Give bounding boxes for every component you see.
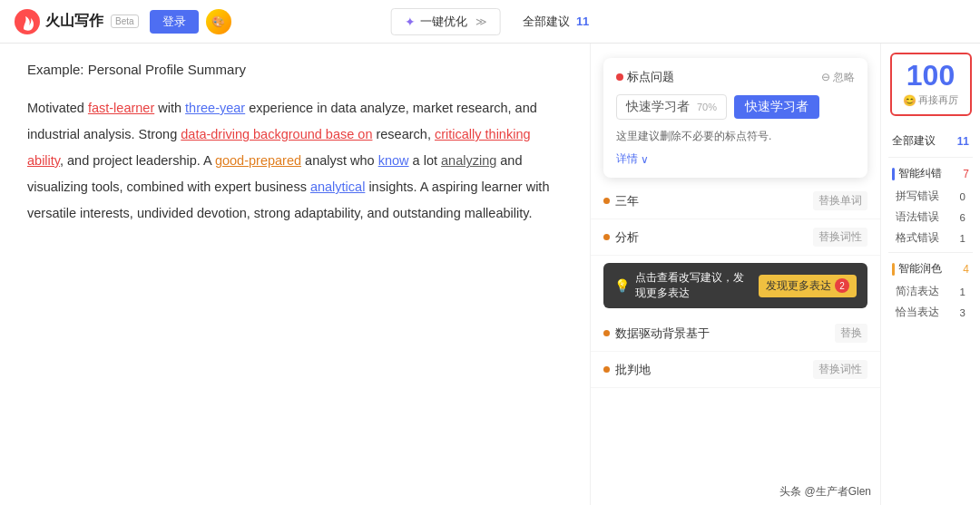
list-item-pipan[interactable]: 批判地 替换词性 (591, 352, 880, 388)
sidebar-all-section: 全部建议 11 智能纠错 7 拼写错误 0 语法错误 6 格式错误 1 (888, 129, 973, 323)
popup-tag-label: 标点问题 (627, 69, 674, 85)
list-item-left-3: 批判地 (603, 362, 651, 378)
highlight-analytical[interactable]: analytical (310, 180, 365, 194)
sidebar-divider-2 (888, 252, 973, 253)
highlight-know[interactable]: know (378, 153, 409, 168)
list-item-sanye[interactable]: 三年 替换单词 (591, 183, 880, 219)
sidebar-jiucuo-header[interactable]: 智能纠错 7 (888, 161, 973, 186)
list-item-fenxi[interactable]: 分析 替换词性 (591, 219, 880, 256)
suggestions-count-label: 全部建议 11 (523, 14, 590, 30)
jianjie-count: 1 (960, 286, 965, 297)
score-box: 100 😊 再接再厉 (890, 53, 972, 116)
score-emoji-icon: 😊 (903, 94, 916, 107)
watermark: 头条 @生产者Glen (779, 484, 871, 500)
list-action-3[interactable]: 替换词性 (813, 360, 867, 379)
doc-title: Example: Personal Profile Summary (27, 62, 563, 77)
jiucuo-count: 7 (963, 168, 969, 180)
dot-orange-icon-3 (603, 366, 610, 373)
highlight-analyzing[interactable]: analyzing (441, 153, 496, 168)
dot-orange-icon-2 (603, 330, 610, 336)
beta-badge: Beta (111, 15, 139, 28)
all-suggestions-label: 全部建议 (892, 133, 936, 149)
runse-count: 4 (963, 263, 969, 276)
list-label-0: 三年 (615, 193, 639, 209)
popup-detail[interactable]: 详情 ∨ (616, 151, 855, 167)
right-sidebar: 100 😊 再接再厉 全部建议 11 智能纠错 7 拼写错误 0 (880, 44, 980, 505)
sidebar-indicator-orange (892, 263, 895, 276)
sidebar-sub-yufa[interactable]: 语法错误 6 (888, 207, 973, 228)
list-action-1[interactable]: 替换词性 (813, 228, 867, 247)
qiadang-label: 恰当表达 (896, 306, 939, 319)
sidebar-sub-pinxie[interactable]: 拼写错误 0 (888, 186, 973, 207)
qiadang-count: 3 (960, 307, 965, 318)
ignore-label: 忽略 (833, 70, 855, 85)
dot-red-icon (616, 73, 623, 81)
sidebar-sub-geshi[interactable]: 格式错误 1 (888, 228, 973, 248)
sidebar-indicator-blue (892, 168, 895, 180)
highlight-data-driving[interactable]: data-driving background base on (181, 127, 372, 141)
popup-desc: 这里建议删除不必要的标点符号. (616, 129, 855, 144)
topbar-center: ✦ 一键优化 ≫ 全部建议 11 (391, 8, 590, 35)
sidebar-divider-1 (888, 157, 973, 158)
doc-body: Motivated fast-learner with three-year e… (27, 95, 563, 227)
runse-label: 智能润色 (898, 261, 963, 277)
suggestions-text: 全部建议 (523, 15, 570, 28)
word-suggested[interactable]: 快速学习者 (734, 95, 819, 119)
main-content: Example: Personal Profile Summary Motiva… (0, 44, 980, 505)
avatar: 🎨 (206, 9, 231, 34)
sidebar-runse-header[interactable]: 智能润色 4 (888, 257, 973, 281)
bulb-icon: 💡 (614, 278, 630, 293)
word-original-text: 快速学习者 (626, 99, 690, 113)
sidebar-sub-qiadang[interactable]: 恰当表达 3 (888, 302, 973, 323)
suggestion-panel: 标点问题 ⊖ 忽略 快速学习者 70% 快速学习者 这里建议删除不必要的标点符号… (590, 44, 880, 505)
list-label-1: 分析 (615, 229, 639, 246)
sidebar-all-row[interactable]: 全部建议 11 (888, 129, 973, 153)
dot-orange-icon-1 (603, 234, 610, 240)
highlight-fast-learner[interactable]: fast-learner (88, 101, 154, 115)
word-original: 快速学习者 70% (616, 94, 727, 120)
optimize-label: 一键优化 (420, 14, 467, 30)
expand-icon: ≫ (475, 15, 487, 28)
popup-header: 标点问题 ⊖ 忽略 (616, 69, 855, 85)
detail-label: 详情 (616, 151, 638, 167)
score-label-text: 再接再厉 (918, 93, 958, 107)
chevron-down-icon: ∨ (641, 153, 649, 166)
word-options: 快速学习者 70% 快速学习者 (616, 94, 855, 120)
discover-label: 发现更多表达 (766, 278, 831, 294)
all-suggestions-count: 11 (957, 135, 969, 148)
dot-orange-icon (603, 198, 610, 204)
tooltip-text: 点击查看改写建议，发现更多表达 (635, 270, 753, 301)
highlight-three-year[interactable]: three-year (185, 101, 245, 115)
yufa-count: 6 (960, 212, 965, 223)
logo-icon (15, 9, 40, 34)
highlight-good-prepared[interactable]: good-prepared (215, 153, 301, 168)
topbar: 火山写作 Beta 登录 🎨 ✦ 一键优化 ≫ 全部建议 11 (0, 0, 980, 44)
ignore-button[interactable]: ⊖ 忽略 (821, 70, 855, 85)
sidebar-sub-jianjie[interactable]: 简洁表达 1 (888, 281, 973, 302)
popup-tag: 标点问题 (616, 69, 674, 85)
word-score: 70% (697, 102, 717, 112)
score-number: 100 (906, 60, 955, 92)
pinxie-label: 拼写错误 (896, 189, 939, 203)
optimize-star-icon: ✦ (405, 15, 416, 29)
list-item-left: 三年 (603, 193, 639, 209)
list-label-2: 数据驱动背景基于 (615, 325, 710, 342)
jianjie-label: 简洁表达 (896, 285, 939, 298)
score-label: 😊 再接再厉 (903, 93, 958, 107)
discover-button[interactable]: 发现更多表达 2 (759, 275, 857, 297)
list-action-0[interactable]: 替换单词 (813, 191, 867, 210)
pinxie-count: 0 (960, 191, 965, 202)
list-item-left-2: 数据驱动背景基于 (603, 325, 710, 342)
tooltip-banner: 💡 点击查看改写建议，发现更多表达 发现更多表达 2 (603, 263, 867, 308)
jiucuo-label: 智能纠错 (898, 166, 963, 181)
optimize-button[interactable]: ✦ 一键优化 ≫ (391, 8, 501, 35)
popup-card: 标点问题 ⊖ 忽略 快速学习者 70% 快速学习者 这里建议删除不必要的标点符号… (603, 58, 867, 178)
editor-area[interactable]: Example: Personal Profile Summary Motiva… (0, 44, 590, 505)
logo-area: 火山写作 Beta (15, 9, 139, 34)
yufa-label: 语法错误 (896, 210, 939, 224)
suggestions-num: 11 (576, 15, 589, 28)
login-button[interactable]: 登录 (150, 10, 199, 34)
list-action-2[interactable]: 替换 (835, 324, 867, 343)
discover-badge: 2 (835, 278, 849, 293)
list-item-shuju[interactable]: 数据驱动背景基于 替换 (591, 316, 880, 352)
